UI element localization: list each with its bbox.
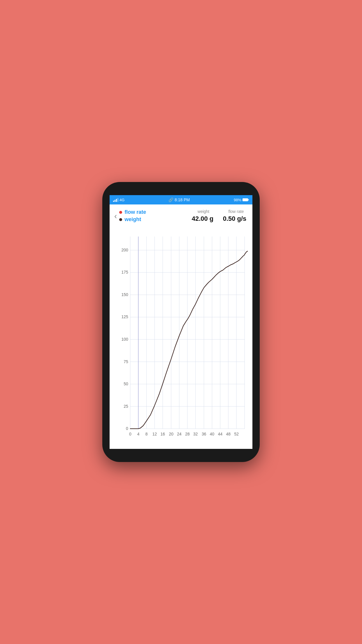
svg-text:25: 25 (124, 404, 128, 409)
stat-headers: weight flow rate (192, 209, 248, 214)
battery-icon (242, 198, 249, 202)
svg-text:8: 8 (145, 432, 148, 437)
svg-text:4: 4 (137, 432, 140, 437)
svg-text:20: 20 (169, 432, 173, 437)
chart-wrapper: .grid-line { stroke: #d0d8e8; stroke-wid… (114, 227, 248, 444)
status-left: 4G (113, 198, 124, 202)
svg-rect-0 (242, 198, 248, 201)
phone-device: 4G 🔗 8:18 PM 98% ‹ (102, 182, 260, 462)
chart-svg: .grid-line { stroke: #d0d8e8; stroke-wid… (114, 227, 248, 444)
weight-header: weight (192, 209, 215, 214)
legend-container: flow rate weight (119, 209, 189, 223)
header-row: ‹ flow rate weight weight (114, 209, 248, 223)
flowrate-label: flow rate (124, 209, 146, 215)
svg-text:44: 44 (218, 432, 222, 437)
signal-icon (113, 198, 118, 202)
svg-rect-1 (248, 199, 249, 201)
weight-value: 42.00 g (189, 215, 216, 223)
svg-text:0: 0 (129, 432, 131, 437)
svg-text:16: 16 (161, 432, 165, 437)
svg-text:200: 200 (122, 247, 128, 252)
link-icon: 🔗 (168, 197, 173, 202)
flowrate-dot (119, 211, 122, 214)
svg-text:48: 48 (226, 432, 231, 437)
svg-text:125: 125 (122, 314, 128, 319)
phone-screen: 4G 🔗 8:18 PM 98% ‹ (110, 195, 252, 449)
svg-text:36: 36 (202, 432, 206, 437)
svg-text:12: 12 (152, 432, 157, 437)
weight-dot (119, 218, 122, 221)
status-center: 🔗 8:18 PM (168, 197, 190, 202)
svg-text:0: 0 (126, 426, 128, 431)
stats-container: weight flow rate 42.00 g 0.50 g/s (189, 209, 248, 223)
svg-text:28: 28 (185, 432, 189, 437)
svg-text:32: 32 (193, 432, 198, 437)
svg-text:40: 40 (210, 432, 214, 437)
svg-text:24: 24 (177, 432, 181, 437)
legend-item-flowrate: flow rate (119, 209, 189, 215)
svg-text:100: 100 (122, 337, 128, 342)
svg-text:50: 50 (124, 382, 128, 386)
time: 8:18 PM (175, 197, 190, 202)
flowrate-value: 0.50 g/s (222, 215, 248, 223)
network-type: 4G (120, 198, 124, 202)
status-right: 98% (234, 198, 249, 202)
weight-label: weight (124, 216, 141, 223)
svg-text:75: 75 (124, 359, 128, 364)
back-button[interactable]: ‹ (114, 212, 119, 220)
flowrate-header: flow rate (224, 209, 248, 214)
legend-item-weight: weight (119, 216, 189, 223)
svg-text:175: 175 (122, 270, 128, 275)
svg-text:150: 150 (122, 292, 128, 297)
svg-text:52: 52 (234, 432, 238, 437)
content-area: ‹ flow rate weight weight (110, 204, 252, 449)
battery-percent: 98% (234, 198, 241, 202)
stat-values: 42.00 g 0.50 g/s (189, 215, 248, 223)
status-bar: 4G 🔗 8:18 PM 98% (110, 195, 252, 204)
